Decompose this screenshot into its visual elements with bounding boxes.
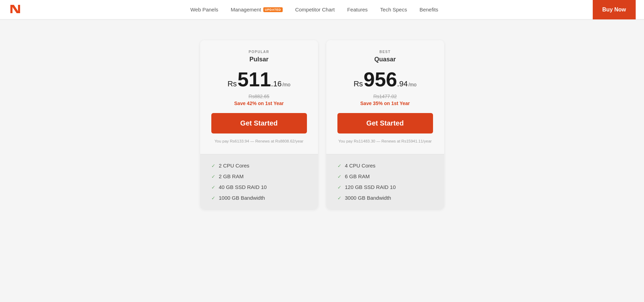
feature-label: 1000 GB Bandwidth bbox=[219, 195, 265, 201]
feature-item: ✓ 6 GB RAM bbox=[337, 173, 433, 179]
nav-competitor-chart[interactable]: Competitor Chart bbox=[295, 7, 335, 12]
feature-item: ✓ 4 CPU Cores bbox=[337, 163, 433, 169]
price-row-pulsar: Rs 511 .16 /mo bbox=[211, 69, 307, 89]
plan-card-pulsar: POPULAR Pulsar Rs 511 .16 /mo Rs882.65 S… bbox=[200, 40, 318, 209]
price-decimal-pulsar: .16 bbox=[271, 79, 282, 88]
feature-label: 2 GB RAM bbox=[219, 173, 244, 179]
check-icon: ✓ bbox=[337, 163, 342, 169]
plan-name-quasar: Quasar bbox=[337, 56, 433, 63]
buy-now-button[interactable]: Buy Now bbox=[593, 0, 636, 19]
plan-card-quasar: BEST Quasar Rs 956 .94 /mo Rs1477.02 Sav… bbox=[326, 40, 444, 209]
check-icon: ✓ bbox=[211, 195, 215, 201]
card-top-pulsar: POPULAR Pulsar Rs 511 .16 /mo Rs882.65 S… bbox=[200, 40, 318, 154]
features-pulsar: ✓ 2 CPU Cores ✓ 2 GB RAM ✓ 40 GB SSD RAI… bbox=[200, 154, 318, 209]
get-started-pulsar[interactable]: Get Started bbox=[211, 113, 307, 133]
feature-item: ✓ 2 CPU Cores bbox=[211, 163, 307, 169]
check-icon: ✓ bbox=[337, 174, 342, 179]
updated-badge: UPDATED bbox=[263, 7, 283, 12]
nav-tech-specs[interactable]: Tech Specs bbox=[380, 7, 407, 12]
price-save-quasar: Save 35% on 1st Year bbox=[337, 101, 433, 106]
price-original-quasar: Rs1477.02 bbox=[337, 94, 433, 99]
features-quasar: ✓ 4 CPU Cores ✓ 6 GB RAM ✓ 120 GB SSD RA… bbox=[326, 154, 444, 209]
feature-label: 6 GB RAM bbox=[345, 173, 370, 179]
check-icon: ✓ bbox=[211, 184, 215, 190]
feature-item: ✓ 3000 GB Bandwidth bbox=[337, 195, 433, 201]
logo[interactable] bbox=[8, 3, 22, 17]
nav-web-panels[interactable]: Web Panels bbox=[190, 7, 218, 12]
check-icon: ✓ bbox=[337, 184, 342, 190]
feature-label: 2 CPU Cores bbox=[219, 163, 249, 169]
price-save-pulsar: Save 42% on 1st Year bbox=[211, 101, 307, 106]
feature-label: 4 CPU Cores bbox=[345, 163, 376, 169]
feature-item: ✓ 40 GB SSD RAID 10 bbox=[211, 184, 307, 190]
price-period-pulsar: /mo bbox=[282, 82, 290, 87]
nav-benefits[interactable]: Benefits bbox=[420, 7, 438, 12]
plan-badge-quasar: BEST bbox=[337, 50, 433, 54]
price-original-pulsar: Rs882.65 bbox=[211, 94, 307, 99]
plan-name-pulsar: Pulsar bbox=[211, 56, 307, 63]
feature-item: ✓ 2 GB RAM bbox=[211, 173, 307, 179]
nav-management[interactable]: Management UPDATED bbox=[231, 7, 283, 12]
feature-label: 120 GB SSD RAID 10 bbox=[345, 184, 396, 190]
feature-label: 3000 GB Bandwidth bbox=[345, 195, 391, 201]
get-started-quasar[interactable]: Get Started bbox=[337, 113, 433, 133]
nav-features[interactable]: Features bbox=[347, 7, 368, 12]
renew-text-pulsar: You pay Rs6133.94 — Renews at Rs8808.62/… bbox=[211, 138, 307, 144]
price-main-quasar: 956 bbox=[364, 69, 397, 89]
feature-item: ✓ 1000 GB Bandwidth bbox=[211, 195, 307, 201]
renew-text-quasar: You pay Rs11483.30 — Renews at Rs15941.1… bbox=[337, 138, 433, 144]
check-icon: ✓ bbox=[211, 163, 215, 169]
price-decimal-quasar: .94 bbox=[397, 79, 408, 88]
price-currency-pulsar: Rs bbox=[228, 79, 237, 88]
check-icon: ✓ bbox=[337, 195, 342, 201]
navbar: Web Panels Management UPDATED Competitor… bbox=[0, 0, 644, 19]
plan-badge-pulsar: POPULAR bbox=[211, 50, 307, 54]
nav-links: Web Panels Management UPDATED Competitor… bbox=[36, 7, 593, 12]
card-top-quasar: BEST Quasar Rs 956 .94 /mo Rs1477.02 Sav… bbox=[326, 40, 444, 154]
price-currency-quasar: Rs bbox=[354, 79, 363, 88]
price-main-pulsar: 511 bbox=[238, 69, 271, 89]
feature-label: 40 GB SSD RAID 10 bbox=[219, 184, 267, 190]
feature-item: ✓ 120 GB SSD RAID 10 bbox=[337, 184, 433, 190]
check-icon: ✓ bbox=[211, 174, 215, 179]
pricing-section: POPULAR Pulsar Rs 511 .16 /mo Rs882.65 S… bbox=[0, 19, 644, 230]
price-period-quasar: /mo bbox=[408, 82, 416, 87]
price-row-quasar: Rs 956 .94 /mo bbox=[337, 69, 433, 89]
